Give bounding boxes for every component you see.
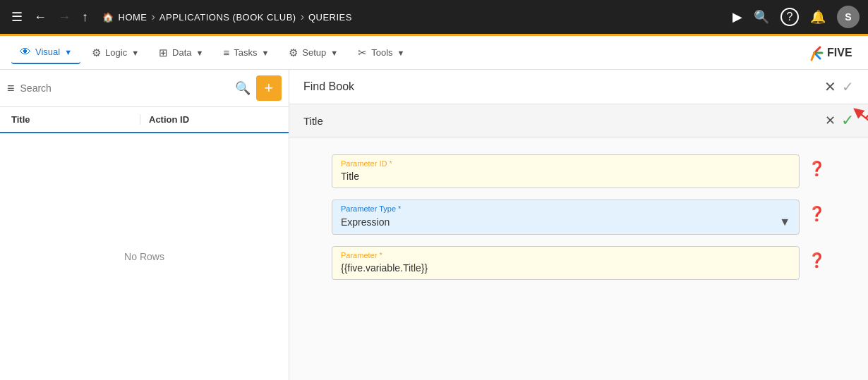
right-panel: Find Book ✕ ✓ Title ✕ ✓ [289,70,868,380]
tab-visual[interactable]: 👁 Visual ▼ [11,42,80,64]
sidebar-no-rows: No Rows [0,133,289,380]
tab-tools[interactable]: ✂ Tools ▼ [349,42,413,63]
parameter-id-value: Title [341,171,359,182]
parameter-type-select[interactable]: Expression ▼ [341,216,790,228]
svg-line-5 [857,111,868,125]
panel-check-button[interactable]: ✓ [842,78,854,95]
svg-text:FIVE: FIVE [827,47,852,59]
parameter-type-row: Parameter Type * Expression ▼ ❓ [332,200,826,235]
no-rows-text: No Rows [124,251,164,262]
tools-label: Tools [371,47,392,58]
search-icon[interactable]: 🔍 [235,80,251,96]
play-icon[interactable]: ▶ [733,9,742,25]
tab-data[interactable]: ⊞ Data ▼ [150,42,212,63]
breadcrumb-current: QUERIES [308,12,352,23]
tab-tasks[interactable]: ≡ Tasks ▼ [215,42,277,63]
search-input[interactable] [20,82,229,94]
sub-panel: Title ✕ ✓ [289,104,868,137]
up-icon[interactable]: ↑ [79,7,91,27]
setup-label: Setup [302,47,326,58]
top-nav-right: ▶ 🔍 ? 🔔 S [733,6,860,28]
menu-icon[interactable]: ☰ [8,6,25,27]
breadcrumb-sep-1: › [152,11,155,23]
sec-nav: 👁 Visual ▼ ⚙ Logic ▼ ⊞ Data ▼ ≡ Tasks ▼ … [0,36,868,70]
data-icon: ⊞ [159,47,168,59]
parameter-field[interactable]: Parameter * {{five.variable.Title}} [332,246,800,280]
visual-icon: 👁 [20,46,31,59]
parameter-id-help-icon[interactable]: ❓ [808,160,826,177]
tools-icon: ✂ [358,47,367,59]
parameter-help-icon[interactable]: ❓ [808,252,826,269]
tasks-dropdown[interactable]: ▼ [261,49,269,57]
search-input-wrapper [20,82,229,94]
parameter-id-label: Parameter ID * [341,159,790,168]
red-arrow-indicator: ✓ [841,111,854,130]
home-icon[interactable]: 🏠 [102,12,114,23]
col-title: Title [11,114,140,125]
svg-line-3 [812,53,814,60]
col-action-id: Action ID [140,114,277,125]
breadcrumb-home[interactable]: HOME [119,12,147,23]
data-label: Data [172,47,191,58]
five-logo-svg: FIVE [807,42,857,63]
panel-header: Find Book ✕ ✓ [289,70,868,104]
breadcrumb: 🏠 HOME › APPLICATIONS (BOOK CLUB) › QUER… [102,11,727,23]
tools-dropdown[interactable]: ▼ [397,49,405,57]
add-button[interactable]: + [256,75,282,101]
setup-dropdown[interactable]: ▼ [330,49,338,57]
top-nav-bar: ☰ ← → ↑ 🏠 HOME › APPLICATIONS (BOOK CLUB… [0,0,868,34]
sub-panel-check-button[interactable]: ✓ [841,111,854,130]
five-logo: FIVE [807,42,857,63]
dropdown-arrow-icon[interactable]: ▼ [779,216,790,228]
parameter-label: Parameter * [341,251,790,259]
form-area: Parameter ID * Title ❓ Parameter Type * … [289,137,868,380]
help-icon[interactable]: ? [780,8,799,26]
tab-logic[interactable]: ⚙ Logic ▼ [83,42,147,63]
logic-dropdown[interactable]: ▼ [131,49,139,57]
breadcrumb-app[interactable]: APPLICATIONS (BOOK CLUB) [159,12,296,23]
tasks-label: Tasks [234,47,257,58]
main-layout: ≡ 🔍 + Title Action ID No Rows Find Book … [0,70,868,380]
visual-label: Visual [35,47,60,57]
logic-icon: ⚙ [92,47,101,59]
sub-panel-title: Title [303,115,825,127]
search-nav-icon[interactable]: 🔍 [754,9,769,25]
sub-panel-close-button[interactable]: ✕ [825,113,836,128]
sub-panel-actions: ✕ ✓ [825,111,854,130]
parameter-type-value: Expression [341,216,390,228]
avatar[interactable]: S [837,6,860,28]
panel-close-button[interactable]: ✕ [824,78,836,95]
sidebar-table-header: Title Action ID [0,107,289,133]
back-icon[interactable]: ← [31,7,49,27]
sidebar-search-bar: ≡ 🔍 + [0,70,289,107]
hamburger-icon[interactable]: ≡ [7,81,15,96]
parameter-id-field[interactable]: Parameter ID * Title [332,154,800,188]
parameter-id-row: Parameter ID * Title ❓ [332,154,826,188]
bell-icon[interactable]: 🔔 [810,9,826,25]
sidebar: ≡ 🔍 + Title Action ID No Rows [0,70,289,380]
tasks-icon: ≡ [223,47,229,59]
parameter-type-field[interactable]: Parameter Type * Expression ▼ [332,200,800,235]
logic-label: Logic [105,47,127,58]
panel-header-actions: ✕ ✓ [824,78,854,95]
data-dropdown[interactable]: ▼ [196,49,204,57]
breadcrumb-sep-2: › [301,11,304,23]
visual-dropdown[interactable]: ▼ [64,48,72,56]
parameter-type-help-icon[interactable]: ❓ [808,205,826,222]
panel-title: Find Book [303,80,824,93]
setup-icon: ⚙ [289,47,298,59]
parameter-value: {{five.variable.Title}} [341,262,428,274]
parameter-row: Parameter * {{five.variable.Title}} ❓ [332,246,826,280]
parameter-type-label: Parameter Type * [341,204,790,213]
tab-setup[interactable]: ⚙ Setup ▼ [280,42,346,63]
forward-icon[interactable]: → [55,7,73,27]
